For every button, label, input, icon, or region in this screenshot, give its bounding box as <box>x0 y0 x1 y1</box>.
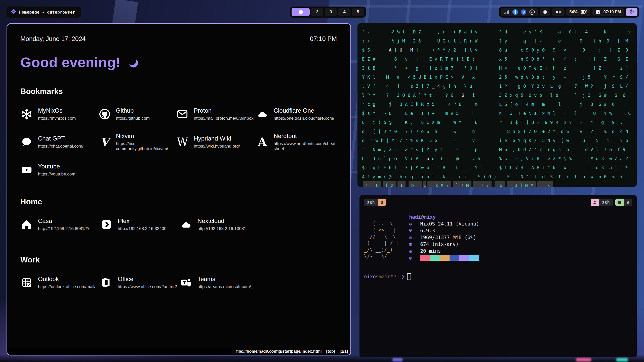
bookmark-link-chat-gpt[interactable]: Chat GPThttps://chat.openai.com/ <box>20 132 96 151</box>
bookmark-url: http://192.168.2.16:32400 <box>118 226 167 231</box>
recorder-indicator[interactable] <box>540 8 550 16</box>
palette-swatch <box>440 255 450 261</box>
session-count-widget[interactable]: 9 <box>615 199 632 206</box>
tab-label: zsh <box>364 199 378 206</box>
bookmark-url: https://one.dash.cloudflare.com/ <box>274 116 334 121</box>
fastfetch-output: ___ ( .. \ ( <> | // \ \ ( | | / | _/\ _… <box>364 214 632 261</box>
bookmark-name: Casa <box>38 217 89 224</box>
bookmark-name: Office <box>118 276 177 283</box>
memory-icon: ▦ <box>409 234 420 241</box>
fastfetch-info-line: ♥6.9.3 <box>409 227 479 234</box>
bookmark-name: MyNixOs <box>38 107 76 114</box>
workspace-button-2[interactable]: 2 <box>311 8 323 16</box>
fastfetch-info-value: 20 mins <box>420 248 441 254</box>
outlook-icon <box>20 276 33 289</box>
bookmark-url: https://www.office.com/?auth=2 <box>118 284 177 289</box>
neon-sign-pink <box>576 358 591 361</box>
bookmark-name: Hyprland Wiki <box>194 135 240 142</box>
kernel-icon: ♥ <box>409 227 420 234</box>
moon-icon <box>126 55 137 66</box>
fastfetch-info-value: 674 (nix-env) <box>420 241 459 248</box>
bookmark-name: Chat GPT <box>38 135 84 142</box>
bookmark-url: https://nix-community.github.io/nixvim/ <box>116 141 174 151</box>
clock-widget[interactable]: 07:10 PM <box>592 8 624 16</box>
shield-vault-icon <box>521 9 526 15</box>
workspace-button-3[interactable]: 3 <box>325 8 337 16</box>
bookmark-url: https://mail.proton.me/u/0/inbox <box>194 116 253 121</box>
section-heading-bookmarks: Bookmarks <box>20 87 337 96</box>
session-user-widget[interactable]: zsh <box>591 199 613 206</box>
bluetooth-icon <box>512 9 518 15</box>
envelope-icon <box>176 108 189 120</box>
bookmark-name: Proton <box>194 107 253 114</box>
palette-swatch <box>430 255 440 261</box>
cloud-icon <box>180 218 192 231</box>
active-workspace-dot <box>299 10 303 14</box>
matrix-terminal-window[interactable]: ' - @ % t D Z , r > P a U v ^ d e s ` K … <box>357 23 637 187</box>
clock-label: 07:10 PM <box>603 10 621 14</box>
prompt-arrow: ❯ <box>401 274 405 280</box>
bookmark-name: Nixvim <box>116 132 174 140</box>
bookmark-link-hyprland-wiki[interactable]: WHyprland Wikihttps://wiki.hyprland.org/ <box>176 132 253 151</box>
youtube-icon <box>20 164 33 176</box>
greeting-text: Good evening! <box>20 54 121 70</box>
terminal-tabbar: zsh 0 zsh 9 <box>364 199 632 206</box>
plex-icon <box>100 218 113 231</box>
office-icon <box>100 276 113 289</box>
shell-prompt[interactable]: nixos main * ? ! ❯ <box>364 273 632 280</box>
bookmark-link-nerdfont[interactable]: ANerdfonthttps://www.nerdfonts.com/cheat… <box>256 132 337 151</box>
bookmark-link-mynixos[interactable]: MyNixOshttps://mynixos.com <box>20 107 96 121</box>
bookmark-link-youtube[interactable]: Youtubehttps://youtube.com <box>20 163 96 177</box>
letter-v-icon: V <box>98 136 111 148</box>
network-signal-icon <box>504 10 509 14</box>
prompt-git-dirty-flag: * <box>391 274 394 280</box>
bookmark-url: https://mynixos.com <box>38 116 76 121</box>
session-shell-label: zsh <box>599 199 613 206</box>
neon-sign-purple <box>392 358 403 361</box>
prompt-git-branch: main <box>379 274 391 280</box>
letter-a-icon: A <box>256 136 269 148</box>
volume-control[interactable] <box>552 8 565 16</box>
startpage-time: 07:10 PM <box>310 35 337 42</box>
section-heading-home: Home <box>20 197 337 206</box>
qutebrowser-window[interactable]: Monday, June 17, 2024 07:10 PM Good even… <box>7 23 351 355</box>
workspace-button-1[interactable] <box>292 8 310 16</box>
bookmark-link-office[interactable]: Officehttps://www.office.com/?auth=2 <box>100 276 177 289</box>
tray-status-icons[interactable] <box>501 8 538 16</box>
packages-icon: ▣ <box>409 241 420 248</box>
bookmark-grid: Outlookhttps://outlook.office.com/mail/O… <box>20 276 337 289</box>
fastfetch-info-value: NixOS 24.11 (Vicuña) <box>420 220 479 227</box>
fastfetch-info-value: 6.9.3 <box>420 227 435 234</box>
bookmark-name: Youtube <box>38 163 75 170</box>
workspace-button-4[interactable]: 4 <box>338 8 350 16</box>
bookmark-url: https://youtube.com <box>38 172 75 177</box>
fastfetch-info-line: ◕20 mins <box>409 248 479 254</box>
bookmark-link-nixvim[interactable]: VNixvimhttps://nix-community.github.io/n… <box>98 132 174 151</box>
bookmark-url: http://192.168.2.16:10081 <box>197 226 246 231</box>
bookmark-link-nextcloud[interactable]: Nextcloudhttp://192.168.2.16:10081 <box>180 217 257 231</box>
palette-icon: ◐ <box>409 254 420 261</box>
bookmark-link-outlook[interactable]: Outlookhttps://outlook.office.com/mail/ <box>20 276 98 289</box>
bookmark-link-casa[interactable]: Casahttp://192.168.2.16:8081/#/ <box>20 217 98 231</box>
bookmark-name: Nerdfont <box>274 132 337 140</box>
uptime-icon: ◕ <box>409 248 420 254</box>
power-button[interactable] <box>626 8 637 16</box>
bookmark-name: Github <box>116 107 150 114</box>
bookmark-link-teams[interactable]: Teamshttps://teams.microsoft.com/_ <box>180 276 257 289</box>
bookmark-sections: BookmarksMyNixOshttps://mynixos.comGithu… <box>20 87 337 289</box>
shell-terminal-window[interactable]: zsh 0 zsh 9 ___ ( .. \ ( <> | // \ \ ( |… <box>359 195 637 357</box>
battery-status[interactable]: 54% <box>566 8 590 16</box>
cloud-icon <box>256 108 269 120</box>
fastfetch-title: hadi@nixy <box>409 214 479 220</box>
bookmark-url: https://www.nerdfonts.com/cheat-sheet <box>274 141 337 151</box>
tux-ascii-logo: ___ ( .. \ ( <> | // \ \ ( | | / | _/\ _… <box>364 214 398 261</box>
bookmark-link-cloudflare-one[interactable]: Cloudflare Onehttps://one.dash.cloudflar… <box>256 107 337 121</box>
bookmark-link-proton[interactable]: Protonhttps://mail.proton.me/u/0/inbox <box>176 107 253 121</box>
terminal-cursor <box>407 273 411 280</box>
prompt-git-untracked-flag: ? <box>393 274 396 280</box>
bookmark-link-plex[interactable]: Plexhttp://192.168.2.16:32400 <box>100 217 177 231</box>
neon-sign-teal <box>616 358 628 361</box>
bookmark-link-github[interactable]: Githubhttps://github.com <box>98 107 174 121</box>
tab-zsh-active[interactable]: zsh 0 <box>364 199 386 206</box>
workspace-button-5[interactable]: 5 <box>352 8 364 16</box>
